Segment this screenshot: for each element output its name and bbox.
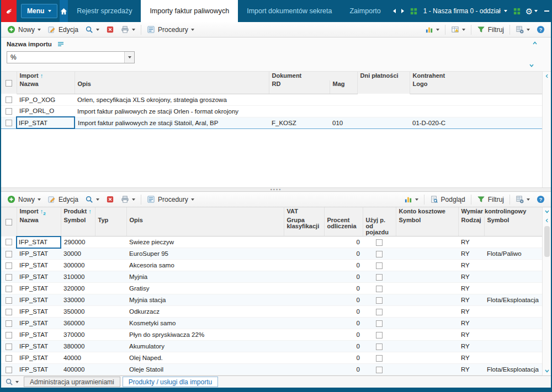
grid-cell[interactable]: 0 <box>324 294 363 306</box>
grid-cell[interactable] <box>396 283 458 294</box>
bottom-search-button[interactable] <box>3 378 20 386</box>
grid-cell[interactable]: Oleje Statoil <box>126 364 284 375</box>
grid-cell[interactable] <box>396 271 458 283</box>
grid-cell[interactable] <box>95 352 126 364</box>
vehicle-tax-checkbox[interactable] <box>376 355 383 362</box>
grid-cell[interactable]: Gratisy <box>126 283 284 294</box>
grid-cell[interactable] <box>396 260 458 271</box>
vehicle-tax-checkbox[interactable] <box>376 309 383 315</box>
column-header-dni-platnosci[interactable]: Dni płatności <box>357 72 410 94</box>
grid-cell[interactable]: 0 <box>324 329 363 341</box>
collapse-filter-icon[interactable] <box>57 41 64 47</box>
grid-cell[interactable] <box>95 283 126 294</box>
grid-cell[interactable]: IFP_ORL_O <box>17 105 75 117</box>
column-header-opis[interactable]: Opis <box>75 80 269 94</box>
grid-cell[interactable] <box>357 94 410 105</box>
branch-grid-button[interactable] <box>511 0 523 22</box>
grid-cell[interactable]: 290000 <box>61 237 95 248</box>
grid-cell[interactable]: 0 <box>324 260 363 271</box>
grid-cell[interactable]: Flota/Eksploatacja <box>484 364 544 375</box>
column-header-logo[interactable]: Logo <box>410 80 544 94</box>
column-header-konto-kosztowe[interactable]: Konto kosztowe <box>396 207 458 217</box>
product-row[interactable]: IFP_STAT370000Płyn do spryskiwacza 22%0R… <box>1 329 544 341</box>
filter-collapse-up-button[interactable] <box>532 39 538 47</box>
product-row[interactable]: IFP_STAT310000Myjnia0RY <box>1 271 544 283</box>
row-checkbox[interactable] <box>6 320 12 327</box>
grid-cell[interactable] <box>396 318 458 329</box>
grid-cell[interactable]: EuroSuper 95 <box>126 248 284 260</box>
document-tab[interactable]: Importy faktur paliwowych <box>141 0 238 22</box>
grid-cell[interactable]: 01-D-020-C <box>410 117 544 128</box>
grid-cell[interactable]: 0 <box>324 237 363 248</box>
column-header-kontrahent[interactable]: Kontrahent <box>410 72 544 80</box>
grid-cell[interactable]: 30000 <box>61 248 95 260</box>
grid-cell[interactable] <box>410 105 544 117</box>
import-name-filter-combo[interactable]: % <box>7 51 135 63</box>
upper-grid-scrollbar[interactable] <box>542 72 551 187</box>
row-checkbox[interactable] <box>6 96 12 103</box>
grid-cell[interactable] <box>95 248 126 260</box>
column-header-empty[interactable] <box>363 207 396 217</box>
grid-cell[interactable]: 0 <box>324 352 363 364</box>
column-header-uzyj-p-od-pojazdu[interactable]: Użyj p. od pojazdu <box>363 217 396 237</box>
column-header-vat[interactable]: VAT <box>284 207 324 217</box>
grid-cell[interactable] <box>95 318 126 329</box>
grid-cell[interactable]: 0 <box>324 341 363 352</box>
grid-cell[interactable]: RY <box>458 271 484 283</box>
grid-cell[interactable]: 0 <box>324 364 363 375</box>
column-header-opis[interactable]: Opis <box>126 217 284 237</box>
vehicle-tax-checkbox[interactable] <box>376 343 383 350</box>
filter-expand-down-button[interactable] <box>526 61 538 70</box>
row-checkbox[interactable] <box>6 251 12 257</box>
product-row[interactable]: IFP_STAT360000Kosmetyki samo0RY <box>1 318 544 329</box>
grid-cell[interactable]: IFP_STAT <box>17 318 61 329</box>
product-row[interactable]: IFP_STAT320000Gratisy0RY <box>1 283 544 294</box>
grid-cell[interactable]: F_KOSZ <box>269 117 330 128</box>
document-tab[interactable]: Zaimporto <box>341 0 389 22</box>
document-tab[interactable]: Import dokumentów sekreta <box>238 0 341 22</box>
filter-button[interactable]: Filtruj <box>474 194 507 205</box>
grid-cell[interactable] <box>484 329 544 341</box>
row-checkbox[interactable] <box>6 297 12 304</box>
grid-cell[interactable]: 0 <box>324 306 363 318</box>
grid-cell[interactable]: IFP_STAT <box>17 352 61 364</box>
grid-cell[interactable] <box>284 283 324 294</box>
collapse-side-panel-button[interactable] <box>543 216 551 225</box>
grid-cell[interactable]: RY <box>458 329 484 341</box>
grid-cell[interactable] <box>396 306 458 318</box>
grid-cell[interactable]: Akumulatory <box>126 341 284 352</box>
column-header-empty[interactable] <box>324 207 363 217</box>
grid-cell[interactable]: IFP_STAT <box>17 306 61 318</box>
product-row[interactable]: IFP_STAT400000Oleje Statoil0RYFlota/Eksp… <box>1 364 544 375</box>
minimize-button[interactable] <box>541 5 552 17</box>
home-button[interactable] <box>60 0 68 22</box>
grid-cell[interactable]: 350000 <box>61 306 95 318</box>
column-header-import[interactable]: Import ↑ <box>17 72 75 80</box>
grid-cell[interactable]: RY <box>458 306 484 318</box>
column-header-typ[interactable]: Typ <box>95 217 126 237</box>
row-checkbox[interactable] <box>6 239 12 245</box>
grid-cell[interactable] <box>284 352 324 364</box>
grid-cell[interactable] <box>330 105 357 117</box>
column-header-grupa-klasyfikacji[interactable]: Grupa klasyfikacji <box>284 217 324 237</box>
product-row[interactable]: IFP_STAT350000Odkurzacz0RY <box>1 306 544 318</box>
grid-cell[interactable]: 0 <box>324 271 363 283</box>
grid-cell[interactable]: RY <box>458 248 484 260</box>
grid-cell[interactable]: 0 <box>324 318 363 329</box>
row-checkbox[interactable] <box>6 343 12 350</box>
grid-cell[interactable]: RY <box>458 237 484 248</box>
delete-button[interactable] <box>103 194 117 205</box>
grid-cell[interactable] <box>484 237 544 248</box>
tab-scroll-left-button[interactable] <box>390 0 399 22</box>
vehicle-tax-checkbox[interactable] <box>376 239 383 246</box>
delete-button[interactable] <box>103 24 117 35</box>
grid-cell[interactable] <box>484 341 544 352</box>
horizontal-splitter[interactable]: •••• <box>1 187 551 192</box>
search-button[interactable] <box>82 194 102 205</box>
column-header-nazwa[interactable]: Nazwa <box>17 80 75 94</box>
grid-cell[interactable]: Flota/Paliwo <box>484 248 544 260</box>
row-checkbox[interactable] <box>6 274 12 281</box>
window-list-button[interactable] <box>407 0 420 22</box>
grid-cell[interactable]: 330000 <box>61 294 95 306</box>
tab-scroll-right-button[interactable] <box>399 0 407 22</box>
